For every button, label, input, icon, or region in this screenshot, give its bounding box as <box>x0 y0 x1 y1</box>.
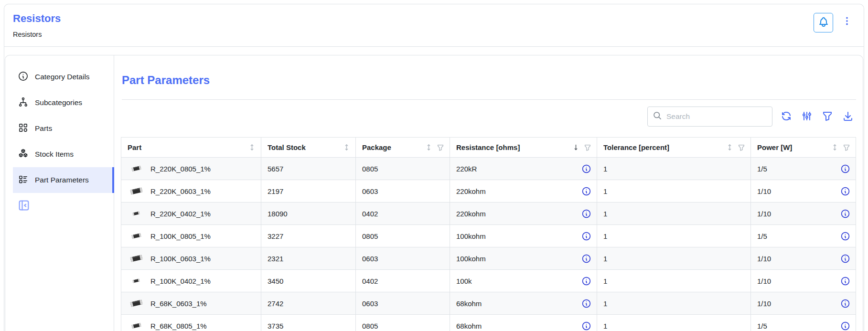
power-cell: 1/10 <box>751 203 856 225</box>
search-input[interactable] <box>666 112 767 121</box>
part-parameters-table: Part Total Stock <box>121 137 856 331</box>
table-row[interactable]: R_68K_0805_1% 3735 0805 68kohm 1 1/5 <box>121 315 856 331</box>
column-filter-icon[interactable] <box>738 144 745 151</box>
table-row[interactable]: R_68K_0603_1% 2742 0603 68kohm 1 1/10 <box>121 292 856 315</box>
power-value: 1/10 <box>757 210 840 218</box>
column-filter-icon[interactable] <box>843 144 850 151</box>
resistance-cell: 220kohm <box>450 203 597 225</box>
info-icon[interactable] <box>581 276 591 286</box>
info-icon[interactable] <box>581 231 591 241</box>
sort-updown-icon[interactable] <box>248 143 256 151</box>
table-row[interactable]: R_100K_0402_1% 3450 0402 100k 1 1/10 <box>121 270 856 292</box>
info-icon[interactable] <box>840 164 850 174</box>
sort-updown-icon[interactable] <box>343 143 350 151</box>
package-cell: 0805 <box>356 225 450 247</box>
part-name-link[interactable]: R_100K_0603_1% <box>150 255 211 263</box>
sidebar-collapse-button[interactable] <box>17 199 31 213</box>
column-header-total-stock[interactable]: Total Stock <box>261 138 356 158</box>
info-icon[interactable] <box>581 186 591 196</box>
column-header-package[interactable]: Package <box>356 138 450 158</box>
info-circle-icon <box>18 71 29 84</box>
column-header-part[interactable]: Part <box>121 138 261 158</box>
part-name-link[interactable]: R_68K_0805_1% <box>150 322 207 330</box>
resistance-value: 100k <box>456 277 581 285</box>
sidebar-item-label: Part Parameters <box>35 176 89 184</box>
power-cell: 1/10 <box>751 180 856 203</box>
part-name-link[interactable]: R_220K_0402_1% <box>150 210 211 218</box>
table-row[interactable]: R_100K_0603_1% 2321 0603 100kohm 1 1/10 <box>121 247 856 270</box>
refresh-icon <box>781 110 792 123</box>
part-name-link[interactable]: R_100K_0402_1% <box>150 277 211 285</box>
power-cell: 1/5 <box>751 158 856 180</box>
power-value: 1/5 <box>757 165 840 173</box>
power-value: 1/10 <box>757 187 840 195</box>
total-stock-cell: 2197 <box>261 180 356 203</box>
power-cell: 1/10 <box>751 292 856 315</box>
search-box[interactable] <box>647 107 772 127</box>
resistance-value: 220kohm <box>456 187 581 195</box>
sort-updown-icon[interactable] <box>425 143 432 151</box>
resistance-cell: 68kohm <box>450 315 597 331</box>
column-filter-icon[interactable] <box>437 144 444 151</box>
column-filter-icon[interactable] <box>584 144 591 151</box>
resistance-value: 68kohm <box>456 299 581 308</box>
column-label: Resistance [ohms] <box>456 143 568 151</box>
info-icon[interactable] <box>581 209 591 219</box>
power-cell: 1/5 <box>751 225 856 247</box>
column-header-power[interactable]: Power [W] <box>751 138 856 158</box>
part-name-link[interactable]: R_220K_0805_1% <box>150 165 211 173</box>
table-row[interactable]: R_220K_0603_1% 2197 0603 220kohm 1 1/10 <box>121 180 856 203</box>
column-label: Package <box>362 143 421 151</box>
info-icon[interactable] <box>581 254 591 264</box>
total-stock-cell: 3450 <box>261 270 356 292</box>
filter-icon <box>822 110 833 123</box>
part-name-link[interactable]: R_68K_0603_1% <box>150 299 207 308</box>
info-icon[interactable] <box>581 299 591 309</box>
sidebar-item-part-parameters[interactable]: Part Parameters <box>13 167 114 193</box>
main-area: Part Parameters <box>114 55 863 331</box>
breadcrumb[interactable]: Resistors <box>13 31 61 38</box>
info-icon[interactable] <box>581 321 591 331</box>
info-icon[interactable] <box>840 231 850 241</box>
table-row[interactable]: R_100K_0805_1% 3227 0805 100kohm 1 1/5 <box>121 225 856 247</box>
part-name-link[interactable]: R_220K_0603_1% <box>150 187 211 195</box>
download-button[interactable] <box>841 109 855 124</box>
sidebar-item-stock-items[interactable]: Stock Items <box>13 141 114 167</box>
sort-descending-icon[interactable] <box>572 143 579 151</box>
sort-updown-icon[interactable] <box>726 143 733 151</box>
sidebar-item-category-details[interactable]: Category Details <box>13 64 114 90</box>
sidebar-item-subcategories[interactable]: Subcategories <box>13 90 114 116</box>
filter-button[interactable] <box>821 109 834 124</box>
info-icon[interactable] <box>840 186 850 196</box>
info-icon[interactable] <box>840 276 850 286</box>
part-cell: R_220K_0805_1% <box>121 158 261 180</box>
part-cell: R_68K_0805_1% <box>121 315 261 331</box>
column-header-tolerance[interactable]: Tolerance [percent] <box>597 138 751 158</box>
tolerance-cell: 1 <box>597 315 751 331</box>
power-value: 1/10 <box>757 299 840 308</box>
tolerance-cell: 1 <box>597 270 751 292</box>
info-icon[interactable] <box>840 254 850 264</box>
notifications-button[interactable] <box>814 13 833 32</box>
package-cell: 0603 <box>356 247 450 270</box>
sidebar-item-label: Stock Items <box>35 150 74 159</box>
power-cell: 1/10 <box>751 247 856 270</box>
sidebar-item-parts[interactable]: Parts <box>13 116 114 141</box>
sidebar-item-label: Subcategories <box>35 98 82 107</box>
resistance-cell: 68kohm <box>450 292 597 315</box>
refresh-button[interactable] <box>780 109 793 124</box>
column-header-resistance[interactable]: Resistance [ohms] <box>450 138 597 158</box>
table-row[interactable]: R_220K_0805_1% 5657 0805 220kR 1 1/5 <box>121 158 856 180</box>
part-name-link[interactable]: R_100K_0805_1% <box>150 232 211 240</box>
info-icon[interactable] <box>840 209 850 219</box>
table-row[interactable]: R_220K_0402_1% 18090 0402 220kohm 1 1/10 <box>121 203 856 225</box>
sort-updown-icon[interactable] <box>831 143 838 151</box>
page-title: Resistors <box>13 12 61 25</box>
info-icon[interactable] <box>840 299 850 309</box>
content-panel: Category Details Subcategories <box>5 55 863 331</box>
tolerance-cell: 1 <box>597 292 751 315</box>
info-icon[interactable] <box>581 164 591 174</box>
column-settings-button[interactable] <box>800 109 814 124</box>
info-icon[interactable] <box>840 321 850 331</box>
overflow-menu-button[interactable] <box>841 13 853 31</box>
